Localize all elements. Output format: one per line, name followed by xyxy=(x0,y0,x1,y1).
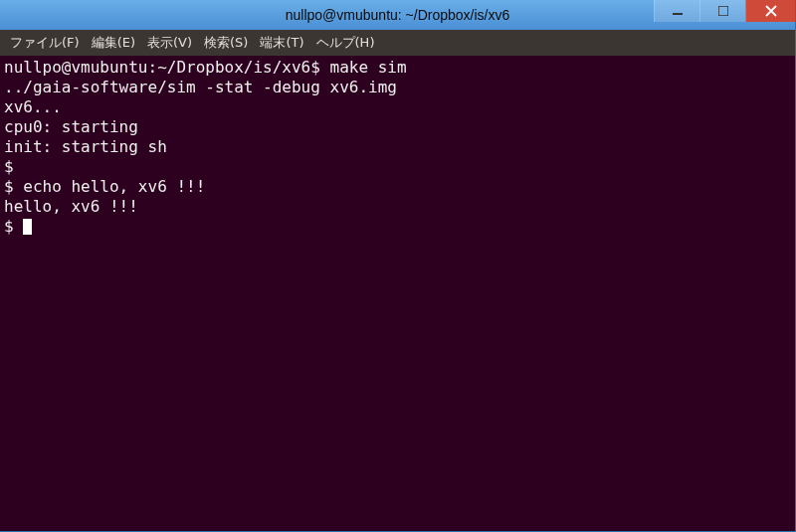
terminal-line: init: starting sh xyxy=(4,137,791,157)
svg-rect-1 xyxy=(718,6,728,16)
terminal-cursor xyxy=(23,219,32,235)
menu-help[interactable]: ヘルプ(H) xyxy=(310,32,381,54)
maximize-icon xyxy=(718,6,728,16)
minimize-icon xyxy=(673,6,683,16)
menu-view[interactable]: 表示(V) xyxy=(141,32,198,54)
terminal-line: $ xyxy=(4,157,791,177)
maximize-button[interactable] xyxy=(699,0,745,22)
terminal-prompt-line: $ xyxy=(4,217,791,237)
menubar: ファイル(F) 編集(E) 表示(V) 検索(S) 端末(T) ヘルプ(H) xyxy=(0,30,795,56)
terminal-body[interactable]: nullpo@vmubuntu:~/Dropbox/is/xv6$ make s… xyxy=(0,56,795,531)
terminal-prompt: $ xyxy=(4,217,23,236)
terminal-line: hello, xv6 !!! xyxy=(4,197,791,217)
menu-file[interactable]: ファイル(F) xyxy=(4,32,86,54)
terminal-line: nullpo@vmubuntu:~/Dropbox/is/xv6$ make s… xyxy=(4,58,791,78)
window-titlebar[interactable]: nullpo@vmubuntu: ~/Dropbox/is/xv6 xyxy=(0,0,795,30)
terminal-line: $ echo hello, xv6 !!! xyxy=(4,177,791,197)
close-icon xyxy=(765,5,777,17)
menu-edit[interactable]: 編集(E) xyxy=(86,32,141,54)
menu-search[interactable]: 検索(S) xyxy=(198,32,254,54)
terminal-line: ../gaia-software/sim -stat -debug xv6.im… xyxy=(4,78,791,97)
close-button[interactable] xyxy=(745,0,795,22)
svg-rect-0 xyxy=(673,13,683,15)
minimize-button[interactable] xyxy=(654,0,699,22)
terminal-line: xv6... xyxy=(4,97,791,117)
window-controls xyxy=(654,0,795,22)
terminal-window: nullpo@vmubuntu: ~/Dropbox/is/xv6 ファイル(F… xyxy=(0,0,796,532)
terminal-line: cpu0: starting xyxy=(4,117,791,137)
menu-terminal[interactable]: 端末(T) xyxy=(254,32,309,54)
